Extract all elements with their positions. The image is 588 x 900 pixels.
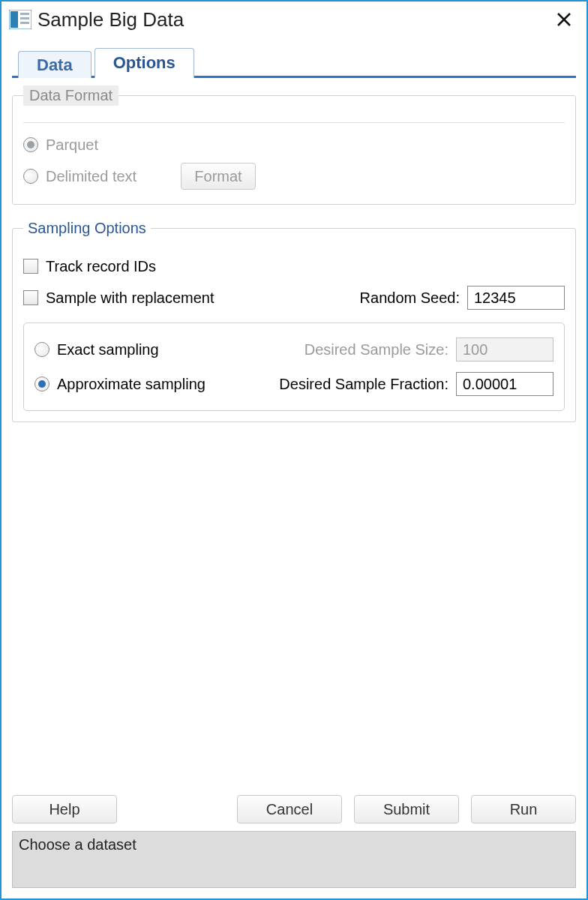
label-replacement: Sample with replacement [46, 290, 214, 307]
label-parquet: Parquet [46, 136, 98, 154]
divider [23, 122, 565, 123]
label-approx: Approximate sampling [57, 376, 206, 393]
input-desired-size [456, 338, 554, 362]
close-button[interactable] [549, 4, 579, 34]
label-random-seed: Random Seed: [360, 290, 460, 307]
app-icon [9, 10, 32, 29]
label-delimited: Delimited text [46, 168, 181, 185]
close-icon [556, 11, 572, 28]
radio-delimited [23, 169, 38, 184]
svg-rect-1 [10, 11, 18, 28]
run-button[interactable]: Run [471, 795, 576, 824]
input-random-seed[interactable] [467, 286, 565, 310]
radio-parquet [23, 137, 38, 152]
client-area: Data Options Data Format Parquet Delimit… [2, 38, 586, 898]
input-desired-fraction[interactable] [456, 372, 554, 396]
svg-rect-4 [20, 22, 29, 24]
group-sampling-legend: Sampling Options [23, 220, 151, 237]
titlebar: Sample Big Data [2, 2, 586, 38]
checkbox-track-ids[interactable] [23, 259, 38, 274]
tab-strip: Data Options [12, 45, 576, 78]
group-sampling-options: Sampling Options Track record IDs Sample… [12, 220, 576, 422]
row-parquet: Parquet [23, 130, 565, 159]
radio-approx[interactable] [34, 376, 50, 392]
svg-rect-2 [20, 13, 29, 15]
label-exact: Exact sampling [57, 341, 159, 358]
radio-exact[interactable] [34, 342, 50, 357]
window-title: Sample Big Data [38, 8, 184, 32]
label-track-ids: Track record IDs [46, 258, 156, 275]
label-desired-fraction: Desired Sample Fraction: [254, 376, 448, 393]
row-track-ids[interactable]: Track record IDs [23, 252, 565, 280]
status-bar: Choose a dataset [12, 831, 576, 888]
format-button: Format [181, 163, 256, 190]
group-data-format-legend: Data Format [23, 86, 118, 106]
row-delimited: Delimited text Format [23, 162, 565, 190]
row-exact: Exact sampling Desired Sample Size: [34, 334, 554, 365]
help-button[interactable]: Help [12, 795, 117, 824]
tab-content: Data Format Parquet Delimited text Forma… [12, 78, 576, 888]
svg-rect-3 [20, 17, 29, 20]
label-desired-size: Desired Sample Size: [254, 341, 448, 358]
button-bar: Help Cancel Submit Run [12, 790, 576, 831]
cancel-button[interactable]: Cancel [237, 795, 342, 824]
tab-data[interactable]: Data [18, 51, 92, 78]
submit-button[interactable]: Submit [354, 795, 459, 824]
group-data-format: Data Format Parquet Delimited text Forma… [12, 86, 576, 205]
sampling-mode-box: Exact sampling Desired Sample Size: Appr… [23, 322, 565, 411]
checkbox-replacement[interactable] [23, 290, 38, 305]
dialog-window: Sample Big Data Data Options Data Format… [0, 0, 588, 900]
tab-options[interactable]: Options [94, 48, 194, 78]
row-approx: Approximate sampling Desired Sample Frac… [34, 368, 554, 400]
row-replacement-seed: Sample with replacement Random Seed: [23, 284, 565, 312]
